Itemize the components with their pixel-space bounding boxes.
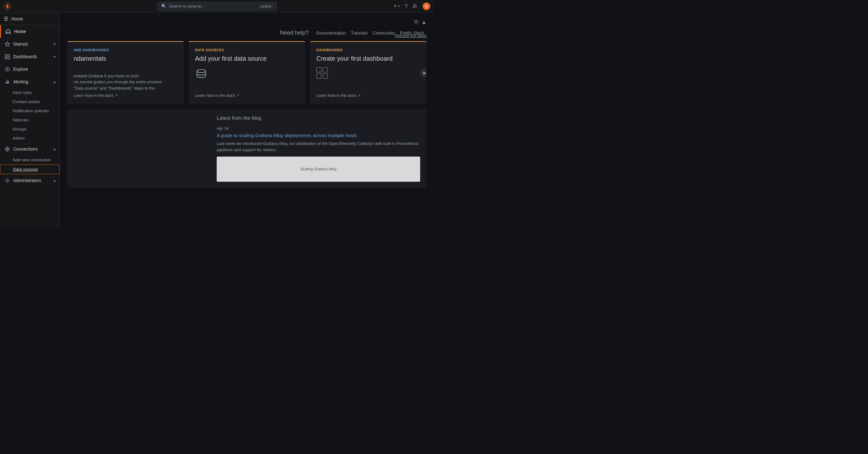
database-icon bbox=[195, 67, 299, 83]
card-label: AND DASHBOARDS bbox=[73, 48, 177, 52]
sidebar-item-connections[interactable]: Connections ▴ bbox=[0, 143, 59, 155]
add-button[interactable]: + ▾ bbox=[394, 3, 400, 9]
sidebar-item-label: Dashboards bbox=[13, 54, 37, 59]
chevron-down-icon: ▾ bbox=[54, 55, 56, 59]
card-title: ndamentals bbox=[73, 55, 177, 62]
external-link-icon: ↗ bbox=[236, 93, 239, 97]
svg-point-7 bbox=[5, 67, 9, 71]
chevron-up-icon: ▴ bbox=[54, 147, 56, 151]
chevron-up-icon: ▴ bbox=[54, 179, 56, 183]
svg-rect-3 bbox=[5, 54, 7, 56]
search-icon: 🔍 bbox=[161, 4, 166, 8]
topnav-right: + ▾ ? A bbox=[394, 2, 430, 10]
svg-point-2 bbox=[413, 7, 414, 8]
blog-cols: Latest from the blog Apr 14 A guide to s… bbox=[73, 116, 420, 182]
sidebar-item-alert-rules[interactable]: Alert rules bbox=[0, 88, 59, 97]
svg-point-17 bbox=[197, 69, 206, 73]
card-learn-link[interactable]: Learn how in the docs ↗ bbox=[316, 93, 361, 98]
sidebar-item-label: Explore bbox=[13, 67, 28, 72]
connections-icon bbox=[4, 145, 11, 153]
tutorials-link[interactable]: Tutorials bbox=[351, 31, 368, 35]
card-learn-link[interactable]: Learn how in the docs ↗ bbox=[73, 93, 118, 98]
search-shortcut: cmd+k bbox=[259, 4, 273, 8]
rss-icon bbox=[413, 3, 417, 9]
sidebar-item-silences[interactable]: Silences bbox=[0, 116, 59, 125]
topnav-left bbox=[4, 2, 11, 10]
hamburger-icon[interactable]: ☰ bbox=[4, 16, 8, 22]
svg-point-15 bbox=[6, 180, 8, 182]
sidebar: ☰ Home Home Starred ▾ bbox=[0, 12, 60, 227]
card-label: DASHBOARDS bbox=[316, 48, 420, 52]
grafana-logo[interactable] bbox=[4, 2, 11, 10]
need-help-text: Need help? bbox=[280, 30, 309, 36]
blog-col-right: Latest from the blog Apr 14 A guide to s… bbox=[217, 116, 420, 182]
card-title: Add your first data source bbox=[195, 55, 299, 62]
dashboard-grid-icon bbox=[316, 67, 328, 78]
question-icon: ? bbox=[405, 3, 408, 9]
avatar[interactable]: A bbox=[423, 2, 430, 10]
sidebar-item-groups[interactable]: Groups bbox=[0, 125, 59, 134]
data-sources-card: DATA SOURCES Add your first data source … bbox=[189, 41, 305, 104]
blog-label: Latest from the blog bbox=[217, 116, 420, 121]
blog-section: Latest from the blog Apr 14 A guide to s… bbox=[67, 109, 427, 188]
svg-point-10 bbox=[7, 149, 8, 150]
help-button[interactable]: ? bbox=[405, 3, 408, 9]
alerting-icon bbox=[4, 78, 11, 85]
sidebar-item-starred[interactable]: Starred ▾ bbox=[0, 38, 59, 50]
search-bar[interactable]: 🔍 Search or jump to... cmd+k bbox=[157, 2, 277, 11]
sidebar-item-notification-policies[interactable]: Notification policies bbox=[0, 106, 59, 116]
sidebar-item-home[interactable]: Home bbox=[0, 25, 59, 38]
explore-icon bbox=[4, 66, 11, 73]
svg-point-1 bbox=[7, 5, 8, 7]
remove-panel-link[interactable]: Remove this panel bbox=[395, 34, 427, 38]
sidebar-item-label: Starred bbox=[13, 41, 28, 46]
hamburger-row: ☰ Home bbox=[0, 12, 59, 25]
chevron-down-icon: ▾ bbox=[54, 42, 56, 46]
sidebar-item-administration[interactable]: Administration ▴ bbox=[0, 174, 59, 187]
sidebar-item-dashboards[interactable]: Dashboards ▾ bbox=[0, 50, 59, 63]
sidebar-item-add-new-connection[interactable]: Add new connection bbox=[0, 155, 59, 164]
svg-point-16 bbox=[415, 21, 417, 23]
svg-rect-6 bbox=[8, 57, 10, 59]
sidebar-item-alerting[interactable]: Alerting ▴ bbox=[0, 75, 59, 88]
sidebar-item-explore[interactable]: Explore bbox=[0, 63, 59, 75]
star-icon bbox=[4, 40, 11, 47]
blog-col-left bbox=[73, 116, 209, 182]
sidebar-item-contact-points[interactable]: Contact points bbox=[0, 97, 59, 106]
blog-date: Apr 14 bbox=[217, 126, 420, 131]
sidebar-item-label: Home bbox=[14, 29, 26, 34]
main-layout: ☰ Home Home Starred ▾ bbox=[0, 12, 434, 227]
collapse-button[interactable]: ▲ bbox=[422, 20, 427, 25]
card-label: DATA SOURCES bbox=[195, 48, 299, 52]
fundamentals-card: AND DASHBOARDS ndamentals erstand Grafan… bbox=[67, 41, 184, 104]
external-link-icon: ↗ bbox=[115, 93, 118, 97]
external-link-icon: ↗ bbox=[358, 93, 361, 97]
slide-next-button[interactable]: ▶ bbox=[420, 69, 427, 77]
chevron-up-icon: ▴ bbox=[54, 80, 56, 84]
main-content: ▲ Need help? Documentation Tutorials Com… bbox=[60, 12, 434, 227]
main-topbar: ▲ bbox=[67, 19, 427, 26]
home-icon bbox=[5, 28, 12, 35]
administration-icon bbox=[4, 177, 11, 184]
sidebar-item-admin[interactable]: Admin bbox=[0, 134, 59, 143]
svg-rect-4 bbox=[8, 54, 10, 56]
settings-button[interactable] bbox=[413, 19, 419, 26]
top-navbar: 🔍 Search or jump to... cmd+k + ▾ ? A bbox=[0, 0, 434, 12]
community-link[interactable]: Community bbox=[373, 31, 395, 35]
documentation-link[interactable]: Documentation bbox=[316, 31, 346, 35]
sidebar-item-data-sources[interactable]: Data sources bbox=[0, 164, 59, 174]
card-learn-link[interactable]: Learn how in the docs ↗ bbox=[195, 93, 239, 98]
need-help-bar: Need help? Documentation Tutorials Commu… bbox=[67, 30, 427, 36]
card-title: Create your first dashboard bbox=[316, 55, 420, 62]
sidebar-item-label: Connections bbox=[13, 147, 38, 152]
card-desc: erstand Grafana if you have no prior nis… bbox=[73, 67, 177, 91]
home-label: Home bbox=[11, 17, 23, 21]
svg-point-8 bbox=[7, 69, 8, 70]
add-chevron-icon: ▾ bbox=[398, 4, 400, 8]
sidebar-item-label: Alerting bbox=[13, 79, 28, 84]
blog-thumbnail: Scaling Grafana Alloy bbox=[217, 157, 420, 182]
blog-desc: Last week we introduced Grafana Alloy, o… bbox=[217, 140, 420, 153]
blog-title[interactable]: A guide to scaling Grafana Alloy deploym… bbox=[217, 133, 420, 138]
news-button[interactable] bbox=[413, 3, 417, 9]
svg-rect-5 bbox=[5, 57, 7, 59]
